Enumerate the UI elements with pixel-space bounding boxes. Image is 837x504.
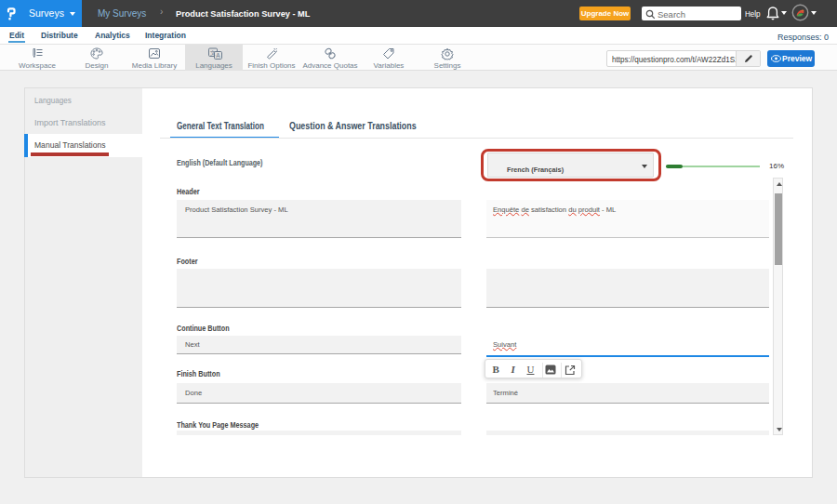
svg-text:文: 文 xyxy=(210,49,216,56)
svg-text:A: A xyxy=(216,52,220,59)
